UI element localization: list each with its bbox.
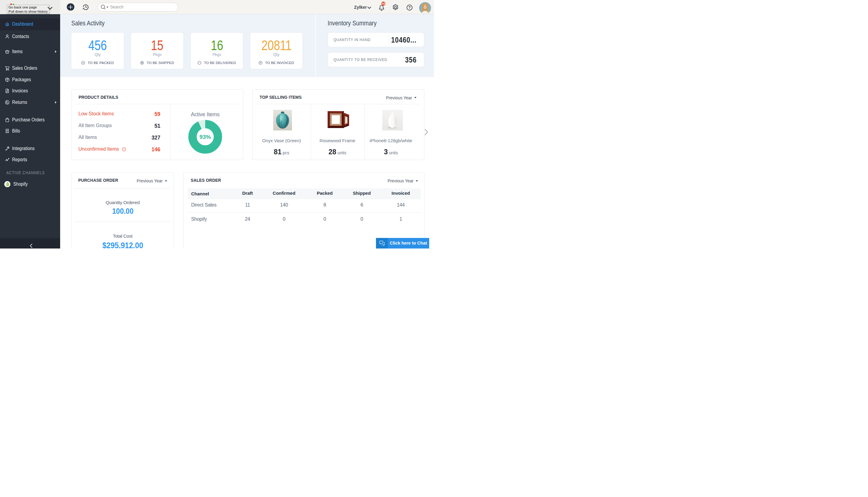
svg-text:?: ? xyxy=(408,5,410,10)
svg-text:93%: 93% xyxy=(199,134,211,140)
